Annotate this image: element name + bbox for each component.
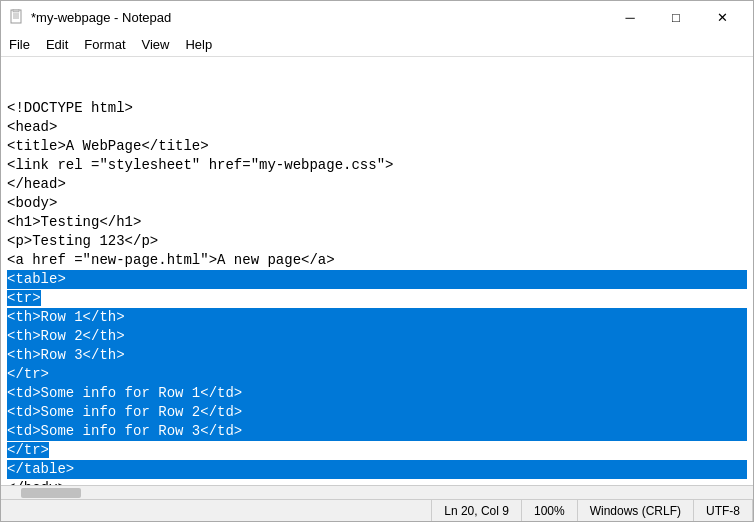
window-title: *my-webpage - Notepad (31, 10, 171, 25)
editor-line: <link rel ="stylesheet" href="my-webpage… (7, 156, 747, 175)
status-zoom: 100% (522, 500, 578, 521)
status-cursor: Ln 20, Col 9 (432, 500, 522, 521)
menu-help[interactable]: Help (177, 35, 220, 54)
editor-area[interactable]: <!DOCTYPE html><head><title>A WebPage</t… (1, 57, 753, 485)
editor-line: <th>Row 3</th> (7, 346, 747, 365)
editor-line: <td>Some info for Row 1</td> (7, 384, 747, 403)
status-encoding: UTF-8 (694, 500, 753, 521)
editor-line: <th>Row 1</th> (7, 308, 747, 327)
editor-line: </table> (7, 460, 747, 479)
editor-line: </head> (7, 175, 747, 194)
close-button[interactable]: ✕ (699, 3, 745, 31)
editor-line: <tr> (7, 289, 747, 308)
menu-view[interactable]: View (134, 35, 178, 54)
editor-line: <a href ="new-page.html">A new page</a> (7, 251, 747, 270)
horizontal-scrollbar[interactable] (1, 485, 753, 499)
notepad-icon (9, 9, 25, 25)
status-line-ending: Windows (CRLF) (578, 500, 694, 521)
title-bar-left: *my-webpage - Notepad (9, 9, 171, 25)
editor-line: <table> (7, 270, 747, 289)
main-window: *my-webpage - Notepad ─ □ ✕ File Edit Fo… (0, 0, 754, 522)
editor-line: <!DOCTYPE html> (7, 99, 747, 118)
selected-text: <tr> (7, 290, 41, 306)
maximize-button[interactable]: □ (653, 3, 699, 31)
editor-line: <td>Some info for Row 3</td> (7, 422, 747, 441)
title-bar: *my-webpage - Notepad ─ □ ✕ (1, 1, 753, 33)
editor-line: </tr> (7, 365, 747, 384)
editor-line: <body> (7, 194, 747, 213)
selected-text: </tr> (7, 442, 49, 458)
editor-line: <h1>Testing</h1> (7, 213, 747, 232)
editor-line: <th>Row 2</th> (7, 327, 747, 346)
title-bar-controls: ─ □ ✕ (607, 3, 745, 31)
menu-file[interactable]: File (1, 35, 38, 54)
svg-rect-1 (13, 9, 19, 12)
status-bar: Ln 20, Col 9 100% Windows (CRLF) UTF-8 (1, 499, 753, 521)
editor-line: <td>Some info for Row 2</td> (7, 403, 747, 422)
status-position (1, 500, 432, 521)
menu-bar: File Edit Format View Help (1, 33, 753, 57)
menu-format[interactable]: Format (76, 35, 133, 54)
editor-line: <p>Testing 123</p> (7, 232, 747, 251)
editor-line: </tr> (7, 441, 747, 460)
minimize-button[interactable]: ─ (607, 3, 653, 31)
editor-line: <head> (7, 118, 747, 137)
editor-line: <title>A WebPage</title> (7, 137, 747, 156)
menu-edit[interactable]: Edit (38, 35, 76, 54)
